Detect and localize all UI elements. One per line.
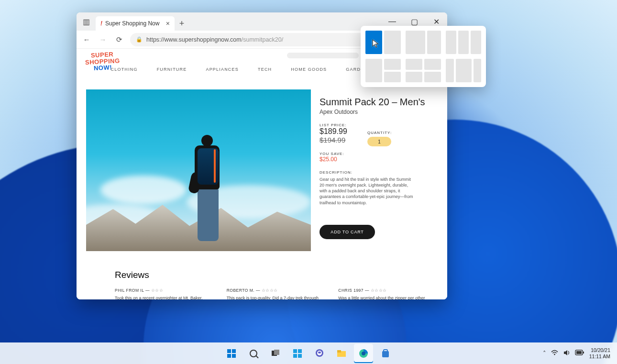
site-search[interactable] [287,53,359,58]
store-button[interactable] [376,344,395,363]
snap-zone[interactable] [406,31,425,54]
review-item: ROBERTO M. — ☆☆☆☆ This pack is top-quali… [227,288,321,299]
quantity-label: QUANTITY: [367,131,392,135]
new-tab-button[interactable]: + [175,19,189,29]
product-brand: Apex Outdoors [320,109,438,115]
refresh-button[interactable]: ⟳ [114,35,124,44]
taskbar-date: 10/20/21 [589,347,610,353]
url-host: https://www.supershoppingnow.com [146,36,242,43]
snap-zone[interactable] [384,31,401,54]
browser-tab[interactable]: ! Super Shopping Now × [96,16,175,31]
svg-point-15 [554,353,555,355]
favicon-icon: ! [100,20,102,27]
nav-clothing[interactable]: CLOTHING [111,67,138,72]
edge-button[interactable] [354,344,373,363]
snap-zone[interactable] [471,31,481,54]
quantity-stepper[interactable]: 1 [367,137,391,146]
url-path: /summitpack20/ [242,36,284,43]
tab-title: Super Shopping Now [105,20,159,27]
review-item: CHRIS 1997 — ☆☆☆☆ Was a little worried a… [338,288,433,299]
nav-furniture[interactable]: FURNITURE [157,67,187,72]
svg-rect-8 [318,352,321,353]
snap-layout-2col[interactable] [365,31,401,54]
task-view-button[interactable] [266,344,285,363]
taskbar: ˄ 10/20/21 11:11 AM [0,342,617,364]
snap-zone[interactable] [458,31,469,54]
battery-icon[interactable] [575,350,584,357]
snap-layout-3col[interactable] [446,31,481,54]
snap-zone[interactable] [456,59,472,82]
snap-zone[interactable] [384,72,401,83]
widgets-button[interactable] [288,344,307,363]
svg-rect-1 [274,350,279,355]
taskbar-clock[interactable]: 10/20/21 11:11 AM [589,347,610,359]
svg-rect-10 [337,350,341,353]
description-label: DESCRIPTION: [320,170,438,175]
snap-layout-thirds[interactable] [446,59,481,82]
taskbar-time: 11:11 AM [589,353,610,360]
snap-layout-quad[interactable] [406,59,441,82]
you-save-value: $25.00 [320,156,438,163]
snap-zone[interactable] [365,59,382,82]
svg-rect-18 [583,352,584,353]
snap-zone[interactable] [406,72,422,83]
snap-zone[interactable] [446,31,456,54]
svg-rect-2 [293,349,297,353]
snap-zone[interactable] [424,59,441,70]
snap-zone[interactable] [474,59,482,82]
svg-rect-5 [298,354,302,358]
add-to-cart-button[interactable]: ADD TO CART [320,225,375,239]
product-title: Summit Pack 20 – Men's [320,97,438,108]
forward-button[interactable]: → [98,35,108,44]
product-image [86,89,311,251]
nav-appliances[interactable]: APPLIANCES [206,67,239,72]
tab-close-button[interactable]: × [166,20,170,27]
volume-icon[interactable] [563,349,570,358]
snap-zone[interactable] [424,72,441,83]
review-item: PHIL FROM IL — ☆☆☆ Took this on a recent… [115,288,209,299]
tray-chevron-icon[interactable]: ˄ [543,350,546,357]
tab-actions-button[interactable]: ▥ [77,12,96,31]
snap-layouts-flyout [361,26,486,87]
snap-zone[interactable] [365,31,382,54]
nav-tech[interactable]: TECH [258,67,272,72]
svg-rect-4 [293,354,297,358]
snap-zone[interactable] [384,59,401,70]
svg-point-12 [362,352,365,355]
reviews-heading: Reviews [115,270,433,280]
back-button[interactable]: ← [81,35,92,44]
product-details: Summit Pack 20 – Men's Apex Outdoors LIS… [320,97,438,239]
taskbar-search-button[interactable] [244,344,263,363]
snap-zone[interactable] [406,59,422,70]
product-description: Gear up and hit the trail in style with … [320,176,415,206]
nav-home-goods[interactable]: HOME GOODS [291,67,327,72]
svg-rect-3 [298,349,302,353]
chat-button[interactable] [310,344,329,363]
snap-layout-half-stack[interactable] [365,59,401,82]
reviews-section: Reviews PHIL FROM IL — ☆☆☆ Took this on … [115,270,433,299]
svg-rect-14 [384,350,387,352]
you-save-label: YOU SAVE: [320,152,438,156]
start-button[interactable] [222,344,241,363]
svg-rect-17 [576,351,582,354]
snap-zone[interactable] [446,59,454,82]
snap-layout-main-side[interactable] [406,31,441,54]
wifi-icon[interactable] [551,349,558,358]
file-explorer-button[interactable] [332,344,351,363]
snap-zone[interactable] [427,31,441,54]
lock-icon: 🔒 [136,36,143,43]
